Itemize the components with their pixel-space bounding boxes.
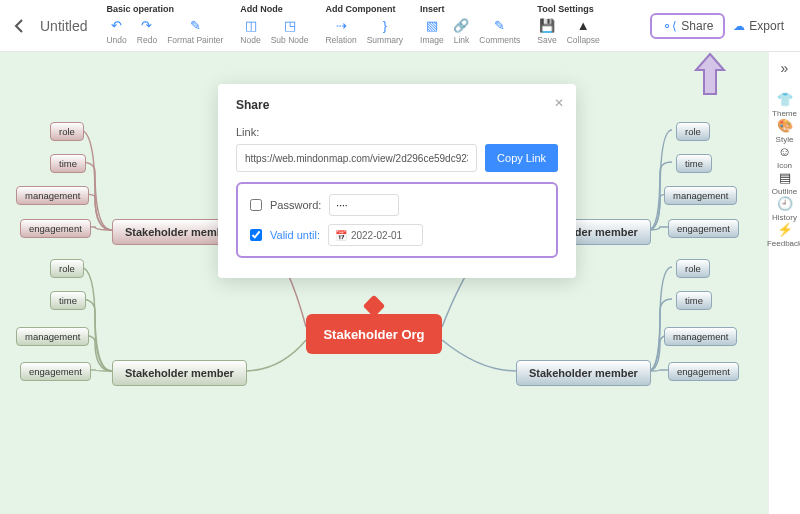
mindmap-leaf-node[interactable]: role bbox=[50, 259, 84, 278]
feedback-icon: ⚡ bbox=[777, 222, 793, 237]
dialog-title: Share bbox=[236, 98, 558, 112]
export-button[interactable]: ☁ Export bbox=[725, 15, 792, 37]
collapse-button[interactable]: ▲Collapse bbox=[567, 17, 600, 45]
link-button[interactable]: 🔗Link bbox=[454, 17, 470, 45]
mindmap-leaf-node[interactable]: time bbox=[50, 154, 86, 173]
theme-icon: 👕 bbox=[777, 92, 793, 107]
save-button[interactable]: 💾Save bbox=[537, 17, 556, 45]
share-options: Password: Valid until: 📅 2022-02-01 bbox=[236, 182, 558, 258]
sidebar-item-label: Outline bbox=[772, 187, 797, 196]
mindmap-leaf-node[interactable]: time bbox=[676, 291, 712, 310]
undo-button[interactable]: ↶Undo bbox=[106, 17, 126, 45]
toolbar-item-label: Link bbox=[454, 35, 470, 45]
toolbar: Untitled Basic operation↶Undo↷Redo✎Forma… bbox=[0, 0, 800, 52]
node-icon: ◫ bbox=[244, 17, 258, 33]
toolbar-item-label: Node bbox=[240, 35, 260, 45]
document-title[interactable]: Untitled bbox=[30, 0, 97, 51]
mindmap-leaf-node[interactable]: management bbox=[16, 186, 89, 205]
summary-button[interactable]: }Summary bbox=[367, 17, 403, 45]
callout-arrow bbox=[692, 52, 728, 102]
history-icon: 🕘 bbox=[777, 196, 793, 211]
share-dialog: Share ✕ Link: Copy Link Password: Valid … bbox=[218, 84, 576, 278]
toolbar-group-label: Add Node bbox=[240, 4, 308, 14]
sidebar-item-theme[interactable]: 👕Theme bbox=[767, 92, 800, 118]
mindmap-member-node[interactable]: Stakeholder member bbox=[112, 360, 247, 386]
link-label: Link: bbox=[236, 126, 558, 138]
mindmap-leaf-node[interactable]: management bbox=[16, 327, 89, 346]
sidebar-item-icon[interactable]: ☺Icon bbox=[767, 144, 800, 170]
close-icon[interactable]: ✕ bbox=[554, 96, 564, 110]
share-button[interactable]: ⚬⟨ Share bbox=[650, 13, 725, 39]
toolbar-group: Add Node◫Node◳Sub Node bbox=[231, 0, 316, 51]
toolbar-group: Add Component⇢Relation}Summary bbox=[316, 0, 411, 51]
sidebar-item-outline[interactable]: ▤Outline bbox=[767, 170, 800, 196]
toolbar-group-label: Tool Settings bbox=[537, 4, 599, 14]
format-painter-button[interactable]: ✎Format Painter bbox=[167, 17, 223, 45]
valid-until-checkbox[interactable] bbox=[250, 229, 262, 241]
mindmap-leaf-node[interactable]: role bbox=[676, 122, 710, 141]
undo-icon: ↶ bbox=[110, 17, 124, 33]
toolbar-item-label: Relation bbox=[325, 35, 356, 45]
center-label: Stakeholder Org bbox=[323, 327, 424, 342]
save-icon: 💾 bbox=[540, 17, 554, 33]
format-painter-icon: ✎ bbox=[188, 17, 202, 33]
export-icon: ☁ bbox=[733, 19, 745, 33]
mindmap-leaf-node[interactable]: time bbox=[676, 154, 712, 173]
comments-icon: ✎ bbox=[493, 17, 507, 33]
collapse-icon: ▲ bbox=[576, 17, 590, 33]
password-checkbox[interactable] bbox=[250, 199, 262, 211]
toolbar-item-label: Image bbox=[420, 35, 444, 45]
sidebar-item-label: Feedback bbox=[767, 239, 800, 248]
toolbar-item-label: Format Painter bbox=[167, 35, 223, 45]
image-button[interactable]: ▧Image bbox=[420, 17, 444, 45]
mindmap-leaf-node[interactable]: role bbox=[676, 259, 710, 278]
mindmap-leaf-node[interactable]: management bbox=[664, 186, 737, 205]
style-icon: 🎨 bbox=[777, 118, 793, 133]
link-icon: 🔗 bbox=[454, 17, 468, 33]
sidebar-item-style[interactable]: 🎨Style bbox=[767, 118, 800, 144]
mindmap-leaf-node[interactable]: role bbox=[50, 122, 84, 141]
copy-link-button[interactable]: Copy Link bbox=[485, 144, 558, 172]
toolbar-group-label: Basic operation bbox=[106, 4, 223, 14]
relation-icon: ⇢ bbox=[334, 17, 348, 33]
sidebar-item-label: History bbox=[772, 213, 797, 222]
toolbar-group-label: Add Component bbox=[325, 4, 403, 14]
outline-icon: ▤ bbox=[779, 170, 791, 185]
mindmap-leaf-node[interactable]: engagement bbox=[668, 219, 739, 238]
mindmap-leaf-node[interactable]: time bbox=[50, 291, 86, 310]
mindmap-member-node[interactable]: Stakeholder member bbox=[516, 360, 651, 386]
relation-button[interactable]: ⇢Relation bbox=[325, 17, 356, 45]
sidebar-item-label: Icon bbox=[777, 161, 792, 170]
node-button[interactable]: ◫Node bbox=[240, 17, 260, 45]
icon-icon: ☺ bbox=[778, 144, 791, 159]
mindmap-leaf-node[interactable]: engagement bbox=[20, 362, 91, 381]
sub-node-button[interactable]: ◳Sub Node bbox=[271, 17, 309, 45]
sidebar-collapse[interactable]: » bbox=[781, 60, 789, 76]
share-link-input[interactable] bbox=[236, 144, 477, 172]
valid-until-input[interactable]: 📅 2022-02-01 bbox=[328, 224, 423, 246]
export-label: Export bbox=[749, 19, 784, 33]
toolbar-group: Tool Settings💾Save▲Collapse bbox=[528, 0, 607, 51]
comments-button[interactable]: ✎Comments bbox=[479, 17, 520, 45]
toolbar-item-label: Sub Node bbox=[271, 35, 309, 45]
sidebar-item-feedback[interactable]: ⚡Feedback bbox=[767, 222, 800, 248]
back-button[interactable] bbox=[8, 0, 30, 51]
redo-button[interactable]: ↷Redo bbox=[137, 17, 157, 45]
sidebar-item-label: Style bbox=[776, 135, 794, 144]
password-label: Password: bbox=[270, 199, 321, 211]
toolbar-item-label: Redo bbox=[137, 35, 157, 45]
mindmap-leaf-node[interactable]: management bbox=[664, 327, 737, 346]
mindmap-leaf-node[interactable]: engagement bbox=[668, 362, 739, 381]
valid-until-value: 2022-02-01 bbox=[351, 230, 402, 241]
mindmap-center-node[interactable]: Stakeholder Org bbox=[306, 314, 442, 354]
toolbar-item-label: Collapse bbox=[567, 35, 600, 45]
toolbar-item-label: Summary bbox=[367, 35, 403, 45]
mindmap-leaf-node[interactable]: engagement bbox=[20, 219, 91, 238]
toolbar-group: Insert▧Image🔗Link✎Comments bbox=[411, 0, 528, 51]
calendar-icon: 📅 bbox=[335, 230, 347, 241]
toolbar-item-label: Undo bbox=[106, 35, 126, 45]
password-input[interactable] bbox=[329, 194, 399, 216]
summary-icon: } bbox=[378, 17, 392, 33]
sidebar-item-history[interactable]: 🕘History bbox=[767, 196, 800, 222]
share-icon: ⚬⟨ bbox=[662, 19, 677, 33]
